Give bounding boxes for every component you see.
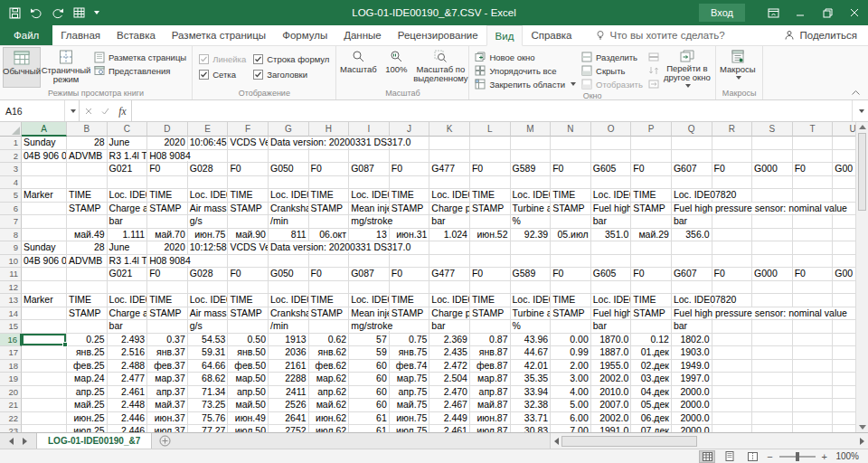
cell-Q12[interactable] <box>672 281 712 295</box>
cell-R16[interactable] <box>712 334 753 347</box>
column-header-C[interactable]: C <box>108 122 148 137</box>
cell-F20[interactable]: апр.50 <box>228 386 269 400</box>
cell-L8[interactable]: июн.52 <box>470 229 511 242</box>
cell-O22[interactable]: 2002.0 <box>591 412 632 426</box>
cell-I7[interactable]: mg/stroke <box>349 215 390 229</box>
cell-E19[interactable]: 68.62 <box>188 373 229 386</box>
horizontal-scrollbar[interactable] <box>550 433 868 449</box>
column-header-I[interactable]: I <box>349 122 390 137</box>
cell-P5[interactable]: TIME <box>631 189 672 203</box>
cell-U4[interactable] <box>833 176 855 190</box>
previous-sheet-button[interactable] <box>9 438 14 445</box>
zoom-in-button[interactable]: + <box>822 452 827 461</box>
column-header-A[interactable]: A <box>22 122 67 137</box>
cell-J4[interactable] <box>390 176 430 190</box>
cell-U19[interactable] <box>833 373 855 386</box>
cell-T17[interactable] <box>793 346 834 360</box>
cell-R4[interactable] <box>712 176 753 190</box>
cell-I19[interactable]: 60 <box>349 373 390 386</box>
cell-D21[interactable]: май.37 <box>147 399 188 412</box>
column-header-L[interactable]: L <box>470 122 511 137</box>
cell-E13[interactable]: Loc. IDE00 <box>188 294 229 307</box>
cell-S7[interactable] <box>752 215 793 229</box>
cell-O23[interactable]: 1991.0 <box>591 425 632 432</box>
cell-A14[interactable] <box>22 307 67 321</box>
cell-S12[interactable] <box>752 281 793 295</box>
cell-S19[interactable] <box>752 373 793 386</box>
hide-button[interactable]: Скрыть <box>579 64 646 77</box>
cell-G17[interactable]: 2036 <box>269 346 309 360</box>
tab-page-layout[interactable]: Разметка страницы <box>164 25 274 45</box>
cell-S22[interactable] <box>752 412 793 426</box>
cell-O7[interactable]: bar <box>591 215 632 229</box>
cell-H15[interactable] <box>309 320 350 334</box>
cell-T20[interactable] <box>793 386 834 400</box>
cell-H7[interactable] <box>309 215 350 229</box>
cell-J13[interactable]: TIME <box>390 294 430 307</box>
column-header-F[interactable]: F <box>228 122 269 137</box>
column-header-B[interactable]: B <box>67 122 108 137</box>
cell-D22[interactable]: июн.37 <box>147 412 188 426</box>
cell-C22[interactable]: 2.446 <box>108 412 148 426</box>
cell-Q13[interactable]: Loc. IDE07820 <box>672 294 712 307</box>
cell-A5[interactable]: Marker <box>22 189 67 203</box>
cell-I6[interactable]: Mean inje <box>349 203 390 216</box>
cell-M13[interactable]: Loc. IDE07 <box>511 294 552 307</box>
cell-E6[interactable]: Air mass: <box>188 203 229 216</box>
cell-B7[interactable] <box>67 215 108 229</box>
tab-file[interactable]: Файл <box>0 25 52 45</box>
cell-U9[interactable] <box>833 241 855 255</box>
cell-R3[interactable]: F0 <box>712 163 753 176</box>
cell-B20[interactable]: апр.25 <box>67 386 108 400</box>
cell-I8[interactable]: 13 <box>349 229 390 242</box>
cell-E20[interactable]: 71.34 <box>188 386 229 400</box>
cell-A21[interactable] <box>22 399 67 412</box>
row-header-21[interactable]: 21 <box>0 399 22 412</box>
cell-H18[interactable]: фев.62 <box>309 360 350 373</box>
cell-E23[interactable]: 77.27 <box>188 425 229 432</box>
cell-B16[interactable]: 0.25 <box>67 334 108 347</box>
cell-S21[interactable] <box>752 399 793 412</box>
cell-D1[interactable]: 2020 <box>147 137 188 150</box>
redo-button[interactable] <box>52 7 64 19</box>
cell-A1[interactable]: Sunday <box>22 137 67 150</box>
cell-M2[interactable] <box>511 150 552 164</box>
cell-S16[interactable] <box>752 334 793 347</box>
cell-D12[interactable] <box>147 281 188 295</box>
cell-S1[interactable] <box>752 137 793 150</box>
cell-E11[interactable]: G028 <box>188 268 229 281</box>
cell-A20[interactable] <box>22 386 67 400</box>
cell-H20[interactable]: апр.62 <box>309 386 350 400</box>
new-window-button[interactable]: Новое окно <box>472 51 579 63</box>
cell-Q9[interactable] <box>672 241 712 255</box>
cell-E2[interactable] <box>188 150 229 164</box>
cell-R22[interactable] <box>712 412 753 426</box>
cell-B18[interactable]: фев.25 <box>67 360 108 373</box>
undo-button[interactable] <box>30 7 42 19</box>
cell-K5[interactable]: Loc. IDE07 <box>429 189 470 203</box>
cell-G13[interactable]: Loc. IDE00 <box>269 294 309 307</box>
cell-B2[interactable]: ADVMB <box>67 150 108 164</box>
cell-G12[interactable] <box>269 281 309 295</box>
cell-E10[interactable] <box>188 255 229 269</box>
cell-O9[interactable] <box>591 241 632 255</box>
custom-views-button[interactable]: Представления <box>91 64 189 77</box>
cell-F8[interactable]: май.90 <box>228 229 269 242</box>
cell-P4[interactable] <box>631 176 672 190</box>
cell-U3[interactable]: G00 <box>833 163 855 176</box>
cell-D4[interactable] <box>147 176 188 190</box>
cell-G2[interactable] <box>269 150 309 164</box>
ribbon-display-options-button[interactable] <box>760 0 787 25</box>
cell-O2[interactable] <box>591 150 632 164</box>
cell-E18[interactable]: 64.66 <box>188 360 229 373</box>
cell-Q17[interactable]: 1903.0 <box>672 346 712 360</box>
cell-P3[interactable]: F0 <box>631 163 672 176</box>
sheet-tab-active[interactable]: LOG-01-IDE00190_&7 <box>36 433 152 449</box>
row-header-12[interactable]: 12 <box>0 281 22 295</box>
restore-button[interactable] <box>814 0 841 25</box>
cell-C9[interactable]: June <box>108 241 148 255</box>
cell-R21[interactable] <box>712 399 753 412</box>
cell-K14[interactable]: Charge pr <box>429 307 470 321</box>
share-button[interactable]: Поделиться <box>773 25 868 45</box>
cell-O13[interactable]: Loc. IDE07 <box>591 294 632 307</box>
